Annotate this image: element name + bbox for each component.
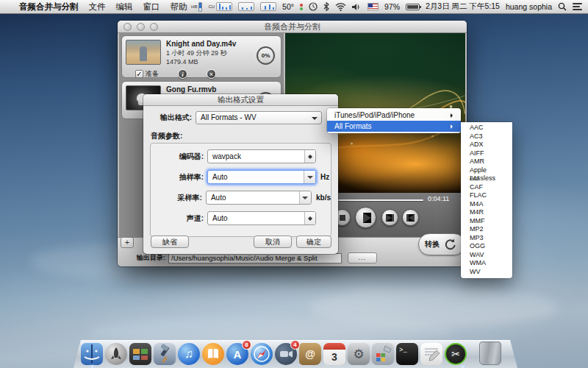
dock-xcode-icon[interactable] — [154, 343, 176, 365]
dock-launchpad-icon[interactable] — [105, 343, 127, 365]
menu-file[interactable]: 文件 — [89, 1, 106, 13]
submenu-item-adx[interactable]: ADX — [470, 141, 512, 149]
dock-remote-desktop-icon[interactable] — [372, 343, 394, 365]
submenu-item-ogg[interactable]: OGG — [470, 242, 512, 251]
add-file-button[interactable]: + — [121, 237, 134, 248]
menu-item-all-formats[interactable]: All Formats — [327, 121, 461, 132]
default-button[interactable]: 缺省 — [151, 236, 189, 248]
dock-contacts-icon[interactable]: @ — [299, 343, 321, 365]
menu-window[interactable]: 窗口 — [143, 1, 160, 13]
submenu-item-caf[interactable]: CAF — [470, 183, 512, 192]
cpu-monitor-label: CU — [208, 4, 215, 9]
chevron-down-icon[interactable] — [304, 171, 315, 183]
remove-file-icon[interactable]: × — [207, 69, 216, 79]
desktop-screen: 音频合并与分割 文件 编辑 窗口 帮助 HB CU 50° 97% 2月3日 周… — [0, 0, 588, 368]
convert-label: 转换 — [425, 239, 440, 250]
ready-label: 准备 — [146, 69, 159, 79]
info-icon[interactable]: i — [178, 69, 187, 79]
chevron-down-icon[interactable] — [299, 191, 311, 204]
appstore-badge: 8 — [242, 340, 251, 350]
previous-icon — [409, 214, 415, 222]
submenu-arrow-icon — [451, 113, 455, 118]
dock-finder-icon[interactable] — [81, 343, 103, 365]
menu-item-label: iTunes/iPod/iPad/iPhone — [334, 111, 415, 119]
input-language-flag-icon[interactable] — [368, 3, 379, 10]
bitrate-label: 采样率: — [151, 193, 202, 203]
battery-icon[interactable] — [406, 4, 420, 10]
cancel-button[interactable]: 取消 — [254, 236, 292, 248]
submenu-item-ac3[interactable]: AC3 — [470, 132, 512, 141]
submenu-item-aiff[interactable]: AIFF — [470, 149, 512, 158]
facetime-badge: 4 — [290, 340, 300, 350]
user-menu[interactable]: huang sophia — [506, 2, 552, 11]
channels-popup[interactable]: Auto — [207, 211, 316, 225]
convert-button[interactable]: 转换 — [418, 233, 465, 255]
audio-params-label: 音频参数: — [151, 131, 338, 141]
temperature-status[interactable]: 50° — [282, 2, 294, 11]
submenu-item-m4a[interactable]: M4A — [470, 200, 512, 209]
volume-icon[interactable] — [352, 3, 362, 11]
submenu-item-mp2[interactable]: MP2 — [470, 225, 512, 234]
dock-textedit-icon[interactable] — [420, 343, 442, 365]
window-titlebar[interactable]: 音频合并与分割 — [118, 21, 467, 33]
browse-button[interactable]: ... — [348, 252, 377, 263]
submenu-item-flac[interactable]: FLAC — [470, 191, 512, 200]
encoder-value: wavpack — [212, 152, 241, 160]
submenu-item-aac[interactable]: AAC — [470, 124, 512, 132]
dock-itunes-icon[interactable]: ♫ — [178, 343, 200, 365]
submenu-item-mp3[interactable]: MP3 — [470, 234, 512, 243]
stepper-icon[interactable] — [304, 212, 315, 224]
submenu-item-amr[interactable]: AMR — [470, 158, 512, 166]
submenu-item-mmf[interactable]: MMF — [470, 217, 512, 226]
submenu-item-m4r[interactable]: M4R — [470, 208, 512, 217]
dock-ibooks-icon[interactable] — [202, 343, 224, 365]
submenu-item-apple-lossless[interactable]: Apple Lossless — [470, 166, 512, 175]
status-dots-icon[interactable] — [300, 3, 303, 11]
bitrate-combo[interactable]: Auto — [206, 191, 312, 205]
file-row[interactable]: Knight and Day.m4v 1 小时 49 分钟 29 秒 1479.… — [121, 35, 282, 78]
play-button[interactable] — [355, 207, 376, 228]
encoder-popup[interactable]: wavpack — [207, 149, 316, 163]
dock-trash-icon[interactable] — [479, 342, 501, 365]
encoder-label: 编码器: — [151, 152, 204, 162]
dock-facetime-icon[interactable]: 4 — [275, 343, 297, 365]
play-icon — [363, 213, 371, 223]
dock-system-preferences-icon[interactable]: ⚙ — [348, 343, 370, 365]
disk-graph-icon[interactable] — [260, 2, 276, 11]
sample-rate-unit: Hz — [320, 173, 329, 181]
submenu-item-wma[interactable]: WMA — [470, 259, 512, 268]
cpu-graph-icon[interactable] — [216, 2, 232, 11]
dock-calendar-icon[interactable]: 3 — [323, 343, 345, 365]
menu-help[interactable]: 帮助 — [171, 1, 187, 13]
dock-appstore-icon[interactable]: A 8 — [226, 343, 248, 365]
dock-media-manager-icon[interactable] — [129, 343, 151, 365]
menu-item-itunes[interactable]: iTunes/iPod/iPad/iPhone — [327, 110, 461, 121]
sample-rate-combo[interactable]: Auto — [207, 170, 316, 184]
ready-checkbox[interactable]: ✓ 准备 — [135, 69, 159, 79]
stepper-icon[interactable] — [304, 150, 315, 163]
submenu-item-wav[interactable]: WAV — [470, 251, 512, 260]
ok-button[interactable]: 确定 — [296, 236, 331, 248]
submenu-item-au[interactable]: AU — [470, 174, 512, 183]
dock-safari-icon[interactable] — [251, 343, 273, 365]
submenu-item-wv[interactable]: WV — [470, 268, 512, 277]
network-graph-icon[interactable] — [238, 2, 254, 11]
notification-center-icon[interactable] — [573, 3, 582, 10]
clock-datetime[interactable]: 2月3日 周二 下午5:15 — [426, 1, 500, 12]
dock-terminal-icon[interactable]: >_ — [396, 343, 418, 365]
memory-monitor-label: HB — [191, 4, 197, 9]
app-menu-title[interactable]: 音频合并与分割 — [19, 1, 79, 13]
memory-monitor-icon[interactable] — [198, 2, 202, 12]
next-button[interactable] — [381, 209, 398, 226]
output-dir-input[interactable] — [168, 253, 342, 263]
spotlight-search-icon[interactable] — [558, 2, 567, 11]
wifi-icon[interactable] — [335, 3, 346, 11]
output-format-popup[interactable]: All Formats - WV — [196, 111, 322, 124]
clock-icon[interactable] — [309, 2, 318, 11]
bluetooth-icon[interactable] — [323, 2, 329, 11]
menu-edit[interactable]: 编辑 — [116, 1, 133, 13]
previous-button[interactable] — [402, 209, 419, 226]
checkbox-check-icon[interactable]: ✓ — [135, 70, 143, 78]
output-format-label: 输出格式: — [143, 113, 192, 123]
dock-audio-merge-split-icon[interactable]: ✂ — [445, 343, 467, 365]
